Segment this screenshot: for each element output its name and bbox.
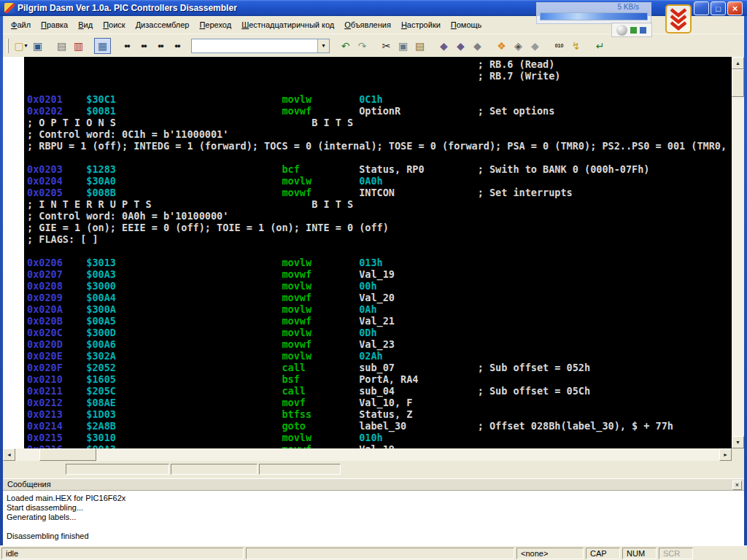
code-line: 0x0209$00A4movwfVal_20 xyxy=(27,292,732,303)
code-token: ; RB.7 (Write) xyxy=(478,70,561,82)
code-token: movwf xyxy=(282,338,311,350)
address-combobox[interactable]: ▾ xyxy=(191,39,330,53)
save-button[interactable]: ▣ xyxy=(29,38,46,54)
menu-item-search[interactable]: Поиск xyxy=(98,18,130,31)
scroll-down-button[interactable]: ▼ xyxy=(732,436,744,448)
code-line: ; Control word: 0C1h = b'11000001' xyxy=(27,128,732,140)
bookmark-3-button[interactable]: ◆ xyxy=(469,38,486,54)
bookmark-2-button[interactable]: ◆ xyxy=(452,38,469,54)
scroll-left-button[interactable]: ◄ xyxy=(3,448,15,461)
menu-item-disassembler[interactable]: Дизассемблер xyxy=(131,18,195,31)
menu-item-goto[interactable]: Переход xyxy=(194,18,236,31)
patch-button[interactable]: ↯ xyxy=(568,38,584,54)
code-token: B I T S xyxy=(311,198,353,210)
code-token: 0x020A xyxy=(27,303,63,315)
disassembly-listing[interactable]: ; RB.6 (Read); RB.7 (Write)0x0201$30C1mo… xyxy=(24,57,732,448)
close-button[interactable]: × xyxy=(727,1,743,15)
code-token: sub_07 xyxy=(359,362,395,373)
dock-strip xyxy=(3,461,744,478)
vertical-scrollbar[interactable]: ▲ ▼ xyxy=(732,57,744,448)
minimize-icon: _ xyxy=(699,7,703,15)
message-item: Disassembling finished xyxy=(7,532,744,541)
code-token: PortA, RA4 xyxy=(359,373,418,385)
binoculars-icon: ●● xyxy=(158,42,163,50)
code-token: 0x0207 xyxy=(27,268,63,280)
code-line: 0x0203$1283bcfStatus, RP0; Swith to BANK… xyxy=(27,163,732,175)
horizontal-scroll-thumb[interactable] xyxy=(39,448,96,461)
menu-item-settings[interactable]: Настройки xyxy=(396,18,446,31)
code-line: 0x020C$300Dmovlw0Dh xyxy=(27,327,732,338)
open-button[interactable]: ▢▾ xyxy=(12,38,29,54)
netspeed-progressbar xyxy=(540,12,648,20)
code-token: bcf xyxy=(282,163,299,175)
binary-view-button[interactable]: 010 xyxy=(551,38,568,54)
code-line: 0x0201$30C1movlw0C1h xyxy=(27,93,732,105)
code-line: ; GIE = 1 (on); EEIE = 0 (off); TOIE = 1… xyxy=(27,222,732,233)
page-icon: ▢ xyxy=(14,40,23,52)
redo-arrow-icon: ↷ xyxy=(358,40,367,52)
code-token: $08AE xyxy=(86,397,116,408)
mini-blue-icon[interactable] xyxy=(640,27,646,34)
combobox-text[interactable] xyxy=(192,39,317,52)
find-button[interactable]: ●● xyxy=(118,38,135,54)
code-token: 0x0203 xyxy=(27,163,63,175)
help-button[interactable]: ▥ xyxy=(70,38,87,54)
netspeed-overlay[interactable]: 5 KB/s xyxy=(536,2,651,24)
menu-item-hex-code[interactable]: Шестнадцатиричный код xyxy=(236,18,339,31)
code-token: Val_23 xyxy=(359,338,395,350)
combobox-dropdown-icon[interactable]: ▾ xyxy=(317,39,329,52)
find-all-button[interactable]: ●● xyxy=(169,38,185,54)
toolbar-grip[interactable] xyxy=(7,39,9,53)
status-scroll: SCR xyxy=(659,548,693,559)
code-token: ; Control word: 0C1h = b'11000001' xyxy=(27,128,228,140)
marker-1-button[interactable]: ◈ xyxy=(510,38,527,54)
code-line: ; RB.7 (Write) xyxy=(27,70,732,82)
find-next-button[interactable]: ●● xyxy=(135,38,152,54)
find-prev-button[interactable]: ●● xyxy=(152,38,169,54)
code-token: $30A0 xyxy=(86,175,116,187)
code-token: 0x0205 xyxy=(27,187,63,198)
dock-panel xyxy=(66,464,169,475)
code-token: 0x0214 xyxy=(27,420,63,432)
redo-button[interactable]: ↷ xyxy=(354,38,371,54)
screen-button[interactable]: ▦ xyxy=(94,38,111,54)
menu-item-declarations[interactable]: Объявления xyxy=(339,18,396,31)
copy-button[interactable]: ▣ xyxy=(395,38,411,54)
paste-button[interactable]: ▤ xyxy=(411,38,428,54)
navigate-button[interactable]: ❖ xyxy=(493,38,510,54)
scroll-up-button[interactable]: ▲ xyxy=(732,57,744,69)
menu-item-view[interactable]: Вид xyxy=(73,18,98,31)
code-token: Val_10, F xyxy=(359,397,412,408)
menu-item-help[interactable]: Помощь xyxy=(446,18,487,31)
code-token: 0x0213 xyxy=(27,408,63,420)
code-token: Val_21 xyxy=(359,315,395,327)
diamond-icon: ◆ xyxy=(473,40,481,52)
marker-2-button[interactable]: ◆ xyxy=(527,38,543,54)
horizontal-scrollbar[interactable]: ◄ ► xyxy=(3,448,732,461)
code-token: $1D03 xyxy=(86,408,116,420)
code-token: 0x0211 xyxy=(27,385,63,397)
messages-header: Сообщения × xyxy=(3,478,744,491)
mini-green-icon[interactable] xyxy=(630,27,637,34)
code-token: ; FLAGS: [ ] xyxy=(27,233,98,245)
messages-close-button[interactable]: × xyxy=(732,481,742,490)
code-token: $008B xyxy=(86,187,116,198)
menu-item-edit[interactable]: Правка xyxy=(36,18,73,31)
code-token: movlw xyxy=(282,432,311,443)
minimize-button[interactable]: _ xyxy=(694,1,709,15)
code-line: 0x0213$1D03btfssStatus, Z xyxy=(27,408,732,420)
up-arrow-icon: ▲ xyxy=(735,61,740,66)
app-icon[interactable] xyxy=(4,3,15,13)
print-button[interactable]: ▤ xyxy=(53,38,70,54)
maximize-icon: □ xyxy=(716,4,721,13)
scroll-right-button[interactable]: ► xyxy=(719,448,732,461)
code-token: $302A xyxy=(86,350,116,362)
bookmark-1-button[interactable]: ◆ xyxy=(436,38,452,54)
undo-button[interactable]: ↶ xyxy=(337,38,354,54)
vertical-scroll-thumb[interactable] xyxy=(732,69,744,97)
menu-item-file[interactable]: Файл xyxy=(6,18,36,31)
cut-button[interactable]: ✂ xyxy=(378,38,395,54)
goto-entry-button[interactable]: ↵ xyxy=(592,38,608,54)
download-dropzone-icon[interactable] xyxy=(665,4,692,34)
maximize-button[interactable]: □ xyxy=(711,1,726,15)
